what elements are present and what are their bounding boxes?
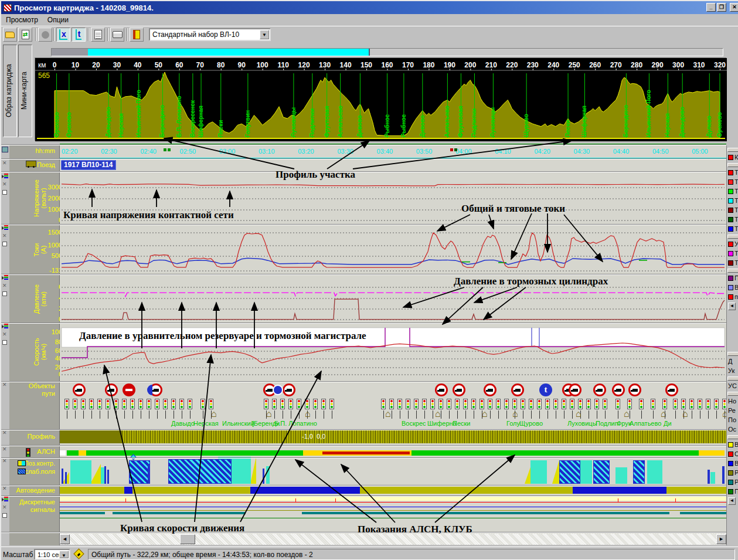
- legend-item[interactable]: Ук: [728, 367, 734, 374]
- menu-options[interactable]: Опции: [43, 15, 73, 25]
- legend-item[interactable]: Д: [728, 358, 732, 365]
- legend-item[interactable]: В: [728, 441, 738, 448]
- scale-t-button[interactable]: t: [72, 28, 86, 42]
- open-file-button[interactable]: [3, 28, 17, 42]
- close-row-icon[interactable]: ✕: [2, 447, 7, 452]
- close-row-icon[interactable]: ✕: [2, 283, 7, 289]
- tab-cartridge-image[interactable]: Образ катриджа: [3, 45, 17, 137]
- legend-item[interactable]: Ос: [728, 426, 736, 433]
- house-icon: ⌂: [682, 409, 688, 419]
- legend-item[interactable]: У: [728, 240, 738, 247]
- close-button[interactable]: ✕: [730, 3, 738, 12]
- legend-scroll-left[interactable]: ◄: [728, 303, 736, 310]
- close-row-icon[interactable]: ✕: [2, 505, 7, 510]
- legend-scroll-left[interactable]: ◄: [728, 497, 736, 505]
- print-button[interactable]: [110, 28, 124, 42]
- titlebar[interactable]: Просмотр картриджа - 140208_99814. _ ❐ ✕: [1, 1, 738, 14]
- legend-header[interactable]: [727, 352, 738, 356]
- close-row-icon[interactable]: ✕: [2, 233, 7, 239]
- hscroll-left-arrow[interactable]: ◄: [60, 534, 70, 544]
- legend-item[interactable]: Т: [728, 250, 738, 257]
- series-order-icon[interactable]: [2, 225, 8, 231]
- hscroll-thumb[interactable]: [180, 534, 195, 544]
- close-row-icon[interactable]: ✕: [2, 382, 7, 388]
- legend-item[interactable]: Но: [728, 398, 736, 405]
- alsn-segment: [79, 450, 86, 456]
- legend-header[interactable]: [727, 435, 738, 439]
- close-row-icon[interactable]: ✕: [2, 430, 7, 436]
- legend-item[interactable]: Ре: [728, 407, 736, 414]
- record-button[interactable]: [38, 28, 52, 42]
- legend-header[interactable]: [727, 235, 738, 239]
- minimize-button[interactable]: _: [706, 3, 716, 12]
- close-row-icon[interactable]: ✕: [2, 486, 7, 491]
- preset-dropdown[interactable]: Стандартный набор ВЛ-10 ▼: [149, 28, 271, 41]
- menu-view[interactable]: Просмотр: [1, 15, 43, 25]
- legend-item[interactable]: Кс: [728, 154, 738, 161]
- alsn-segment: [86, 450, 303, 456]
- close-row-icon[interactable]: ✕: [2, 182, 7, 187]
- traffic-light-icon: [305, 399, 310, 409]
- svg-text:140: 140: [340, 61, 352, 69]
- legend-item[interactable]: По: [728, 416, 736, 423]
- legend-item[interactable]: Т: [728, 169, 738, 176]
- collapse-all-icon[interactable]: [2, 147, 8, 152]
- legend-item[interactable]: Р: [728, 469, 738, 476]
- minimap-panel[interactable]: 0102030405060708090100110120130140150160…: [35, 57, 726, 141]
- checkbox-row-icon[interactable]: [2, 340, 7, 345]
- exit-button[interactable]: [130, 28, 144, 42]
- svg-text:60: 60: [175, 61, 183, 69]
- legend-item[interactable]: Т: [728, 197, 738, 204]
- scale-x-button[interactable]: x: [56, 28, 70, 42]
- legend-item[interactable]: УС: [728, 382, 737, 389]
- series-order-icon[interactable]: [2, 174, 8, 179]
- preset-dropdown-arrow[interactable]: ▼: [260, 30, 269, 39]
- legend-item[interactable]: С: [728, 450, 738, 457]
- report-button[interactable]: [91, 28, 105, 42]
- legend-item[interactable]: Р: [728, 478, 738, 486]
- position-block: [647, 460, 662, 484]
- checkbox-row-icon[interactable]: [2, 291, 7, 296]
- scale-dropdown-arrow[interactable]: ▼: [59, 551, 69, 558]
- close-row-icon[interactable]: ✕: [2, 459, 7, 464]
- checkbox-row-icon[interactable]: [2, 190, 7, 195]
- legend-item[interactable]: П: [728, 488, 738, 495]
- legend-item[interactable]: Т: [728, 188, 738, 195]
- object-station-name: Щурово: [519, 420, 543, 427]
- legend-item[interactable]: В: [728, 460, 738, 467]
- series-order-icon[interactable]: [2, 324, 8, 330]
- hscroll-right-arrow[interactable]: ►: [716, 534, 726, 544]
- series-order-icon[interactable]: [2, 497, 8, 503]
- tab-minimap[interactable]: Мини-карта: [18, 45, 32, 137]
- scale-dropdown[interactable]: 1:10 сек ▼: [34, 549, 70, 560]
- legend-item[interactable]: Т: [728, 178, 738, 185]
- close-row-icon[interactable]: ✕: [2, 161, 7, 166]
- legend-header[interactable]: [727, 163, 738, 167]
- discrete-signal-tick: [125, 498, 126, 502]
- minimap-viewport-indicator[interactable]: [88, 49, 370, 56]
- legend-item-label: Т: [734, 259, 738, 266]
- legend-item[interactable]: Т: [728, 225, 738, 232]
- legend-item[interactable]: В: [728, 284, 738, 291]
- legend-header[interactable]: [727, 376, 738, 381]
- time-mark: [450, 148, 453, 151]
- checkbox-row-icon[interactable]: [2, 242, 7, 246]
- close-row-icon[interactable]: ✕: [2, 332, 7, 337]
- restore-button[interactable]: ❐: [717, 3, 726, 12]
- legend-item[interactable]: Т: [728, 206, 738, 213]
- train-value[interactable]: 1917 ВЛ10-114: [61, 160, 116, 170]
- traffic-light-pole: [474, 410, 474, 419]
- legend-item[interactable]: Т: [728, 259, 738, 266]
- refresh-button[interactable]: ⇄: [18, 28, 32, 42]
- legend-header[interactable]: [727, 269, 738, 273]
- legend-header[interactable]: [727, 392, 738, 396]
- traffic-light-pole: [589, 410, 589, 419]
- legend-item[interactable]: Т: [728, 216, 738, 223]
- legend-item[interactable]: П: [728, 274, 738, 281]
- checkbox-row-icon[interactable]: [2, 513, 7, 518]
- minimap-range-track[interactable]: [51, 48, 723, 56]
- series-order-icon[interactable]: [2, 275, 8, 281]
- legend-panel[interactable]: КсТТТТТТТУТТПВп◄ДУкУСНоРеПоОсВСВРРП◄: [726, 145, 738, 545]
- legend-header[interactable]: [727, 148, 738, 152]
- legend-item[interactable]: п: [728, 293, 738, 300]
